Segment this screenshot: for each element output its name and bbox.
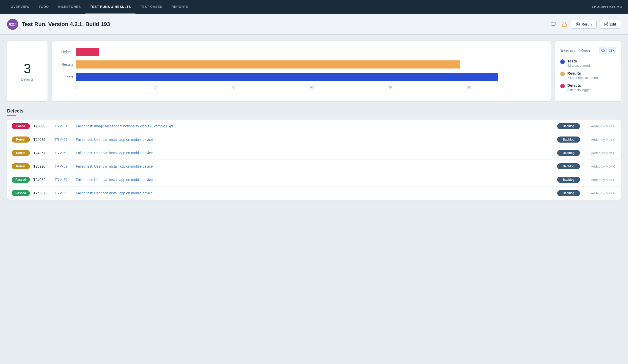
chart-bar-tests [76, 73, 498, 81]
nav-reports[interactable]: REPORTS [167, 0, 193, 14]
cell-ref[interactable]: TRM-59 [55, 151, 72, 155]
cell-added: Added by Matt C. [584, 165, 616, 168]
cell-id: T23920 [33, 164, 51, 168]
status-badge: Passed [12, 190, 30, 196]
axis-tick-80: 80 [388, 86, 466, 89]
legend-dot-1 [560, 72, 565, 76]
cell-id: T24032 [33, 138, 51, 142]
cell-id: T24367 [33, 151, 51, 155]
legend-item-title-2: Defects [567, 83, 592, 87]
cell-desc[interactable]: Failed test: User can install app on mob… [76, 191, 554, 195]
defects-table: Failed T20009 TRM-51 Failed test: Image … [7, 120, 621, 200]
defects-section-divider [7, 115, 16, 116]
svg-rect-0 [562, 24, 567, 27]
edit-button[interactable]: Edit [599, 20, 621, 29]
legend-item-desc-2: 3 defects logged. [567, 88, 592, 92]
chart-label-defects: Defects [58, 50, 73, 54]
table-row: Retest T24032 TRM-59 Failed test: User c… [7, 133, 621, 146]
legend-card: Tests and defects: CSV↓ Tests 83 tests s… [555, 41, 621, 101]
message-icon-btn[interactable] [549, 20, 557, 29]
lock-icon-btn[interactable] [560, 20, 569, 29]
legend-items: Tests 83 tests started. Results 74 test … [560, 59, 616, 92]
table-row: Retest T24367 TRM-59 Failed test: User c… [7, 146, 621, 160]
chart-row-defects: Defects [58, 48, 545, 56]
cell-desc[interactable]: Failed test: User can install app on mob… [76, 164, 554, 168]
cell-backlog: Backlog [557, 136, 580, 143]
cell-desc[interactable]: Failed test: User can install app on mob… [76, 151, 554, 155]
axis-tick-100: 100 [466, 86, 545, 89]
legend-item-title-1: Results [567, 71, 599, 75]
legend-header: Tests and defects: CSV↓ [560, 47, 616, 54]
legend-item-title-0: Tests [567, 59, 591, 63]
status-badge: Retest [12, 136, 30, 143]
nav-test-cases[interactable]: TEST CASES [136, 0, 167, 14]
chart-bar-area-defects [76, 48, 545, 56]
cell-added: Added by Matt C. [584, 178, 616, 182]
nav-test-runs[interactable]: TEST RUNS & RESULTS [85, 0, 136, 14]
axis-tick-20: 20 [154, 86, 232, 89]
nav-milestones[interactable]: MILESTONES [53, 0, 85, 14]
page-title: Test Run, Version 4.2.1, Build 193 [22, 21, 549, 28]
rerun-button[interactable]: Rerun [571, 20, 596, 29]
status-badge: Failed [12, 123, 30, 129]
chart-bar-results [76, 60, 460, 69]
main-content: 3 Defects Defects Results Tests [0, 35, 628, 206]
cell-backlog: Backlog [557, 150, 580, 156]
edit-icon [604, 22, 608, 26]
cell-ref[interactable]: TRM-59 [55, 191, 72, 195]
svg-point-1 [576, 22, 579, 26]
table-row: Passed T24032 TRM-59 Failed test: User c… [7, 173, 621, 187]
defects-section-title: Defects [7, 108, 621, 114]
chart-row-tests: Tests [58, 73, 545, 81]
cell-ref[interactable]: TRM-51 [55, 124, 72, 128]
status-badge: Retest [12, 150, 30, 156]
legend-item-0: Tests 83 tests started. [560, 59, 616, 67]
table-row: Retest T23920 TRM-59 Failed test: User c… [7, 160, 621, 173]
main-nav: OVERVIEW TODO MILESTONES TEST RUNS & RES… [0, 0, 628, 14]
svg-marker-2 [578, 24, 579, 25]
cell-added: Added by Matt C. [584, 151, 616, 155]
header-actions: Rerun Edit [549, 20, 621, 29]
legend-item-1: Results 74 test results added. [560, 71, 616, 80]
cell-ref[interactable]: TRM-59 [55, 138, 72, 142]
chart-row-results: Results [58, 60, 545, 69]
axis-tick-40: 40 [232, 86, 310, 89]
nav-todo[interactable]: TODO [34, 0, 53, 14]
message-icon [550, 21, 556, 27]
chart-download-icon [601, 49, 605, 52]
defects-stat-card: 3 Defects [7, 41, 48, 101]
defects-label: Defects [21, 77, 34, 81]
chart-bar-defects [76, 48, 99, 56]
cell-ref[interactable]: TRM-59 [55, 178, 72, 182]
chart-label-tests: Tests [58, 75, 73, 79]
legend-dot-0 [560, 59, 565, 64]
legend-title: Tests and defects: [560, 49, 591, 53]
cell-added: Added by Matt C. [584, 138, 616, 142]
chart-download-btn[interactable] [599, 47, 607, 54]
status-badge: Passed [12, 177, 30, 183]
cell-desc[interactable]: Failed test: User can install app on mob… [76, 178, 554, 182]
nav-overview[interactable]: OVERVIEW [6, 0, 34, 14]
play-icon [576, 22, 580, 26]
lock-icon [562, 21, 567, 27]
csv-download-btn[interactable]: CSV↓ [608, 47, 616, 54]
nav-administration[interactable]: ADMINISTRATION [591, 5, 622, 9]
cell-id: T20009 [33, 124, 51, 128]
cell-id: T24367 [33, 191, 51, 195]
chart-label-results: Results [58, 62, 73, 66]
chart-bar-area-tests [76, 73, 545, 81]
cell-added: Added by Matt C. [584, 124, 616, 128]
legend-item-2: Defects 3 defects logged. [560, 83, 616, 92]
cell-desc[interactable]: Failed test: Image message functionality… [76, 124, 554, 128]
cell-ref[interactable]: TRM-59 [55, 164, 72, 168]
defects-count: 3 [24, 61, 31, 76]
cell-backlog: Backlog [557, 177, 580, 183]
axis-tick-0: 0 [76, 86, 154, 89]
table-row: Passed T24367 TRM-59 Failed test: User c… [7, 187, 621, 200]
chart-card: Defects Results Tests 0 [52, 41, 551, 101]
table-row: Failed T20009 TRM-51 Failed test: Image … [7, 120, 621, 133]
cell-backlog: Backlog [557, 190, 580, 196]
cell-desc[interactable]: Failed test: User can install app on mob… [76, 138, 554, 142]
legend-icon-buttons: CSV↓ [599, 47, 616, 54]
stats-row: 3 Defects Defects Results Tests [7, 41, 621, 101]
